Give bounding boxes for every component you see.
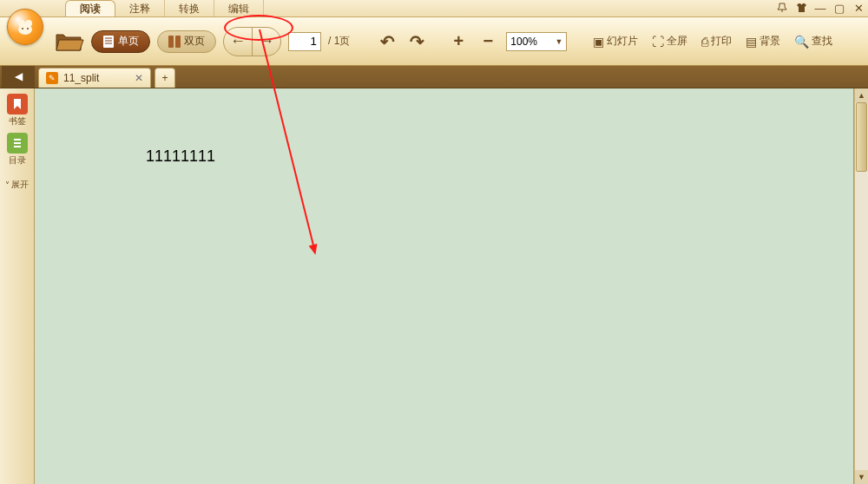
- tab-edit[interactable]: 编辑: [214, 0, 264, 16]
- svg-point-3: [22, 28, 23, 29]
- vertical-scrollbar[interactable]: ▲ ▼: [854, 88, 868, 484]
- zoom-in-button[interactable]: +: [447, 30, 470, 53]
- document-tab[interactable]: ✎ 11_split ✕: [38, 68, 151, 88]
- scroll-thumb[interactable]: [856, 102, 867, 172]
- undo-button[interactable]: ↶: [376, 30, 398, 53]
- sidebar: 书签 目录 ˅ 展开: [0, 88, 35, 484]
- double-page-label: 双页: [184, 34, 205, 49]
- close-button[interactable]: ✕: [852, 2, 865, 14]
- slideshow-button[interactable]: ▣ 幻灯片: [589, 34, 641, 49]
- document-tab-label: 11_split: [63, 72, 99, 84]
- background-icon: ▤: [746, 35, 757, 49]
- new-tab-button[interactable]: +: [155, 68, 175, 88]
- window-controls: — ▢ ✕: [776, 0, 865, 16]
- fullscreen-label: 全屏: [667, 34, 687, 49]
- print-icon: ⎙: [701, 35, 708, 49]
- document-tab-bar: ◀ ✎ 11_split ✕ +: [0, 66, 868, 88]
- sidebar-toggle[interactable]: ◀: [2, 65, 35, 88]
- sidebar-toc[interactable]: 目录: [7, 133, 28, 167]
- redo-button[interactable]: ↷: [405, 30, 428, 53]
- tab-annotate[interactable]: 注释: [115, 0, 165, 16]
- sidebar-expand-label: 展开: [11, 179, 29, 191]
- single-page-label: 单页: [118, 34, 139, 49]
- single-page-button[interactable]: 单页: [91, 30, 150, 53]
- open-file-button[interactable]: [55, 29, 84, 54]
- toolbar: 单页 双页 ← → / 1页 ↶ ↷ + − 100% ▼ ▣ 幻灯片 ⛶ 全屏: [0, 17, 868, 66]
- main-area: 书签 目录 ˅ 展开 11111111 ▲ ▼: [0, 88, 868, 484]
- file-icon: ✎: [46, 72, 58, 84]
- app-logo[interactable]: [7, 9, 43, 45]
- find-label: 查找: [812, 34, 832, 49]
- prev-page-button[interactable]: ←: [223, 27, 253, 56]
- fullscreen-button[interactable]: ⛶ 全屏: [648, 34, 691, 49]
- sidebar-toc-label: 目录: [9, 154, 26, 167]
- find-button[interactable]: 🔍 查找: [791, 34, 836, 49]
- sidebar-expand[interactable]: ˅ 展开: [5, 179, 29, 191]
- maximize-button[interactable]: ▢: [833, 2, 845, 14]
- background-label: 背景: [760, 34, 780, 49]
- tab-convert[interactable]: 转换: [165, 0, 214, 16]
- toc-icon: [7, 133, 28, 154]
- sidebar-bookmarks-label: 书签: [9, 115, 26, 128]
- fullscreen-icon: ⛶: [652, 35, 664, 49]
- slideshow-label: 幻灯片: [607, 34, 638, 49]
- svg-point-4: [27, 28, 29, 29]
- chevron-down-icon: ▼: [555, 37, 562, 46]
- page-total-label: / 1页: [328, 34, 350, 49]
- svg-point-1: [18, 20, 25, 27]
- scroll-down-button[interactable]: ▼: [855, 470, 868, 484]
- document-viewer[interactable]: 11111111: [35, 88, 854, 484]
- print-button[interactable]: ⎙ 打印: [698, 34, 735, 49]
- bookmark-icon: [7, 94, 28, 114]
- minimize-button[interactable]: —: [814, 2, 826, 14]
- pin-icon[interactable]: [776, 2, 788, 14]
- print-label: 打印: [711, 34, 732, 49]
- svg-rect-9: [168, 36, 174, 48]
- svg-rect-5: [103, 36, 114, 48]
- close-tab-button[interactable]: ✕: [135, 72, 143, 84]
- page-number-input[interactable]: [288, 32, 321, 51]
- tab-read[interactable]: 阅读: [65, 0, 115, 16]
- next-page-button[interactable]: →: [252, 27, 281, 56]
- search-icon: 🔍: [794, 35, 809, 49]
- zoom-select[interactable]: 100% ▼: [506, 32, 567, 51]
- scroll-track[interactable]: [855, 102, 868, 470]
- background-button[interactable]: ▤ 背景: [742, 34, 784, 49]
- zoom-out-button[interactable]: −: [477, 30, 499, 53]
- svg-point-2: [25, 20, 32, 27]
- slideshow-icon: ▣: [593, 35, 604, 49]
- chevron-down-icon: ˅: [5, 180, 10, 190]
- menu-bar: 阅读 注释 转换 编辑 — ▢ ✕: [0, 0, 868, 17]
- zoom-value: 100%: [510, 36, 537, 48]
- sidebar-bookmarks[interactable]: 书签: [7, 94, 28, 128]
- double-page-button[interactable]: 双页: [157, 30, 216, 53]
- svg-rect-10: [175, 36, 181, 48]
- skin-icon[interactable]: [795, 2, 807, 14]
- scroll-up-button[interactable]: ▲: [855, 88, 868, 102]
- document-content: 11111111: [146, 147, 215, 166]
